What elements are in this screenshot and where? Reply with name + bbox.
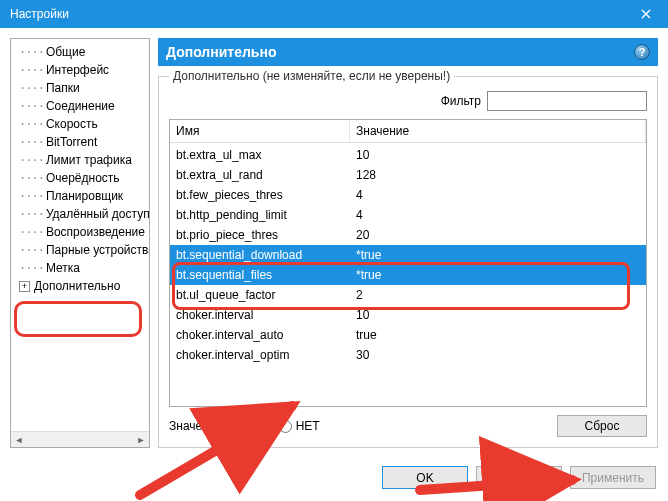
tree-branch-icon: ···· (19, 243, 44, 257)
help-icon[interactable]: ? (634, 44, 650, 60)
cell-name: choker.interval_optim (170, 348, 350, 362)
cell-name: bt.few_pieces_thres (170, 188, 350, 202)
tree-item-label: Удалённый доступ (46, 207, 149, 221)
settings-table: Имя Значение bt.dl_queue_factor4bt.extra… (169, 119, 647, 407)
tree-item-6[interactable]: ····Лимит трафика (11, 151, 149, 169)
ok-button[interactable]: OK (382, 466, 468, 489)
tree-item-13[interactable]: +Дополнительно (11, 277, 149, 295)
column-header-name[interactable]: Имя (170, 120, 350, 142)
tree-item-3[interactable]: ····Соединение (11, 97, 149, 115)
radio-yes-input[interactable] (236, 420, 249, 433)
cell-name: choker.interval (170, 308, 350, 322)
cell-value: 10 (350, 148, 646, 162)
apply-button[interactable]: Применить (570, 466, 656, 489)
scroll-right-icon[interactable]: ► (133, 432, 149, 448)
tree-item-5[interactable]: ····BitTorrent (11, 133, 149, 151)
table-row[interactable]: bt.ul_queue_factor2 (170, 285, 646, 305)
tree-branch-icon: ···· (19, 99, 44, 113)
cell-value: true (350, 328, 646, 342)
cell-name: bt.extra_ul_rand (170, 168, 350, 182)
tree-item-9[interactable]: ····Удалённый доступ (11, 205, 149, 223)
cell-name: bt.http_pending_limit (170, 208, 350, 222)
tree-item-label: Очерёдность (46, 171, 120, 185)
tree-branch-icon: ···· (19, 63, 44, 77)
tree-item-10[interactable]: ····Воспроизведение (11, 223, 149, 241)
tree-item-label: Интерфейс (46, 63, 109, 77)
tree-item-12[interactable]: ····Метка (11, 259, 149, 277)
table-row[interactable]: bt.sequential_files*true (170, 265, 646, 285)
tree-branch-icon: ···· (19, 261, 44, 275)
tree-item-11[interactable]: ····Парные устройства (11, 241, 149, 259)
cell-value: 4 (350, 208, 646, 222)
tree-item-label: Папки (46, 81, 80, 95)
table-row[interactable]: bt.http_pending_limit4 (170, 205, 646, 225)
tree-item-1[interactable]: ····Интерфейс (11, 61, 149, 79)
filter-input[interactable] (487, 91, 647, 111)
tree-item-label: Метка (46, 261, 80, 275)
tree-branch-icon: ···· (19, 207, 44, 221)
tree-scrollbar-horizontal[interactable]: ◄ ► (11, 431, 149, 447)
tree-branch-icon: ···· (19, 45, 44, 59)
tree-item-2[interactable]: ····Папки (11, 79, 149, 97)
column-header-value[interactable]: Значение (350, 120, 646, 142)
cell-name: choker.interval_auto (170, 328, 350, 342)
tree-item-label: Скорость (46, 117, 98, 131)
window-title: Настройки (10, 7, 69, 21)
cancel-button[interactable]: Отмена (476, 466, 562, 489)
tree-branch-icon: ···· (19, 117, 44, 131)
settings-tree: ····Общие····Интерфейс····Папки····Соеди… (10, 38, 150, 448)
filter-label: Фильтр (441, 94, 481, 108)
table-row[interactable]: choker.interval_optim30 (170, 345, 646, 363)
radio-no-input[interactable] (279, 420, 292, 433)
cell-name: bt.prio_piece_thres (170, 228, 350, 242)
reset-button[interactable]: Сброс (557, 415, 647, 437)
table-row[interactable]: bt.few_pieces_thres4 (170, 185, 646, 205)
radio-no[interactable]: НЕТ (279, 419, 320, 433)
cell-value: 128 (350, 168, 646, 182)
table-row[interactable]: bt.prio_piece_thres20 (170, 225, 646, 245)
cell-name: bt.sequential_download (170, 248, 350, 262)
advanced-groupbox: Дополнительно (не изменяйте, если не уве… (158, 76, 658, 448)
tree-item-7[interactable]: ····Очерёдность (11, 169, 149, 187)
tree-item-label: Планировщик (46, 189, 123, 203)
section-header: Дополнительно ? (158, 38, 658, 66)
cell-value: 4 (350, 188, 646, 202)
tree-item-label: Лимит трафика (46, 153, 132, 167)
section-title: Дополнительно (166, 44, 276, 60)
table-row[interactable]: choker.interval10 (170, 305, 646, 325)
cell-value: 2 (350, 288, 646, 302)
dialog-buttons: OK Отмена Применить (0, 458, 668, 497)
tree-branch-icon: ···· (19, 225, 44, 239)
cell-name: bt.ul_queue_factor (170, 288, 350, 302)
table-row[interactable]: bt.sequential_download*true (170, 245, 646, 265)
groupbox-title: Дополнительно (не изменяйте, если не уве… (169, 69, 454, 83)
close-button[interactable] (624, 0, 668, 28)
tree-expander-icon[interactable]: + (19, 281, 30, 292)
cell-name: bt.extra_ul_max (170, 148, 350, 162)
cell-value: *true (350, 268, 646, 282)
tree-item-label: BitTorrent (46, 135, 97, 149)
cell-value: 30 (350, 348, 646, 362)
tree-item-label: Соединение (46, 99, 115, 113)
scroll-left-icon[interactable]: ◄ (11, 432, 27, 448)
tree-item-0[interactable]: ····Общие (11, 43, 149, 61)
tree-item-4[interactable]: ····Скорость (11, 115, 149, 133)
tree-branch-icon: ···· (19, 81, 44, 95)
tree-branch-icon: ···· (19, 135, 44, 149)
cell-value: 10 (350, 308, 646, 322)
tree-item-label: Воспроизведение (46, 225, 145, 239)
radio-yes[interactable]: ДА (236, 419, 269, 433)
tree-item-label: Дополнительно (34, 279, 120, 293)
tree-branch-icon: ···· (19, 189, 44, 203)
cell-value: *true (350, 248, 646, 262)
table-row[interactable]: choker.interval_autotrue (170, 325, 646, 345)
cell-value: 20 (350, 228, 646, 242)
cell-name: bt.sequential_files (170, 268, 350, 282)
table-body[interactable]: bt.dl_queue_factor4bt.extra_ul_max10bt.e… (170, 143, 646, 363)
table-row[interactable]: bt.extra_ul_rand128 (170, 165, 646, 185)
titlebar: Настройки (0, 0, 668, 28)
tree-item-8[interactable]: ····Планировщик (11, 187, 149, 205)
table-row[interactable]: bt.extra_ul_max10 (170, 145, 646, 165)
tree-branch-icon: ···· (19, 153, 44, 167)
table-header: Имя Значение (170, 120, 646, 143)
